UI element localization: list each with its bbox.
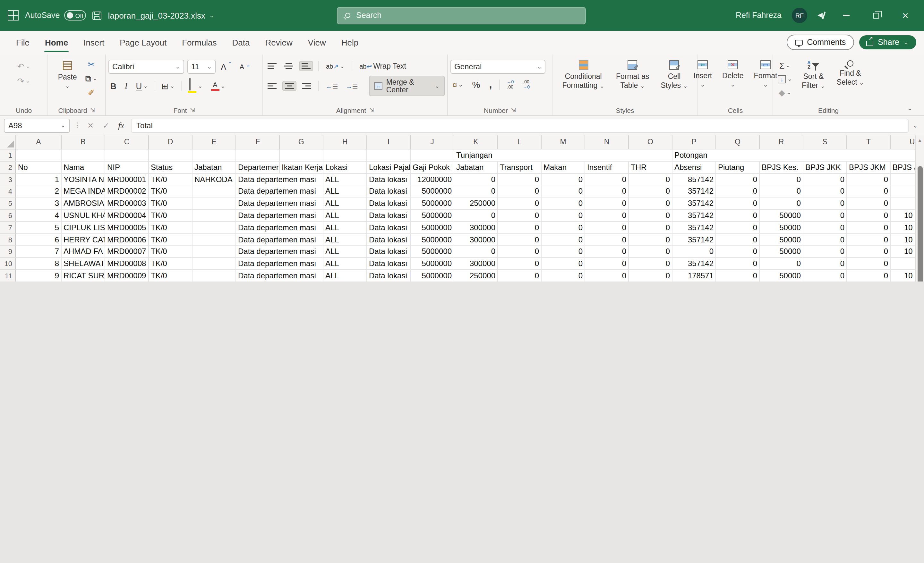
tab-page-layout[interactable]: Page Layout [112, 32, 174, 52]
search-input[interactable]: Search [337, 7, 586, 24]
field-header-No[interactable]: No [16, 162, 62, 174]
document-title[interactable]: laporan_gaji_03-2023.xlsx ⌄ [108, 10, 214, 20]
cell[interactable]: MRD00002 [105, 186, 149, 198]
cell[interactable]: MRD00001 [105, 174, 149, 186]
row-header-10[interactable]: 10 [0, 258, 16, 270]
increase-decimal-button[interactable]: ←0.00 [505, 78, 516, 91]
column-header-J[interactable]: J [411, 135, 454, 150]
cell[interactable]: 0 [542, 234, 585, 246]
cell[interactable]: ALL [323, 234, 367, 246]
cell[interactable]: 0 [803, 258, 847, 270]
cell[interactable]: RICAT SURA [62, 270, 105, 282]
cell[interactable]: 5000000 [411, 234, 454, 246]
cell[interactable]: 300000 [454, 222, 498, 234]
cell[interactable]: 0 [803, 174, 847, 186]
vertical-scroll-thumb[interactable] [917, 166, 922, 282]
cell[interactable]: 50000 [760, 210, 803, 222]
tab-home[interactable]: Home [38, 32, 75, 52]
cell[interactable]: ALL [323, 198, 367, 210]
restore-button[interactable] [866, 6, 885, 25]
field-header-Insentif[interactable]: Insentif [585, 162, 629, 174]
cell[interactable]: 357142 [672, 258, 716, 270]
cell[interactable] [192, 150, 236, 162]
cell[interactable]: 0 [585, 246, 629, 258]
cell[interactable]: 0 [760, 186, 803, 198]
column-header-Q[interactable]: Q [716, 135, 760, 150]
cell[interactable]: 5000000 [411, 258, 454, 270]
cell[interactable]: 0 [498, 258, 542, 270]
cell[interactable]: MRD00008 [105, 258, 149, 270]
number-format-select[interactable]: General⌄ [450, 60, 545, 74]
cell[interactable]: Data lokasi [367, 270, 411, 282]
cell[interactable] [105, 150, 149, 162]
cell[interactable] [192, 222, 236, 234]
cell[interactable]: 0 [847, 210, 891, 222]
wrap-text-button[interactable]: ab↩Wrap Text [357, 61, 408, 71]
cell[interactable]: Data lokasi [367, 210, 411, 222]
cell[interactable]: 0 [498, 222, 542, 234]
cancel-entry-icon[interactable]: ✕ [85, 121, 96, 130]
cell[interactable]: MRD00009 [105, 270, 149, 282]
cell[interactable]: 0 [629, 234, 672, 246]
cell[interactable]: MRD00006 [105, 234, 149, 246]
field-header-Ikatan Kerja[interactable]: Ikatan Kerja [280, 162, 323, 174]
cell[interactable]: 0 [542, 222, 585, 234]
row-header-9[interactable]: 9 [0, 246, 16, 258]
shrink-font-button[interactable]: A⌄ [237, 61, 252, 72]
cell[interactable]: 857142 [672, 174, 716, 186]
cell[interactable]: Data lokasi [367, 174, 411, 186]
cell[interactable]: Data lokasi [367, 258, 411, 270]
cell[interactable]: 50000 [760, 222, 803, 234]
cell[interactable]: TK/0 [149, 186, 192, 198]
alignment-launcher-icon[interactable]: ⇲ [369, 107, 374, 113]
number-launcher-icon[interactable]: ⇲ [511, 107, 516, 113]
cell[interactable]: Data departemen masi [236, 246, 323, 258]
merge-center-button[interactable]: ↔ Merge & Center ⌄ [369, 76, 445, 96]
cell[interactable]: 0 [542, 246, 585, 258]
cell[interactable]: 0 [542, 258, 585, 270]
tab-insert[interactable]: Insert [76, 32, 111, 52]
clear-button[interactable]: ◆⌄ [777, 87, 793, 98]
cell[interactable]: 250000 [454, 270, 498, 282]
cell[interactable]: 0 [585, 186, 629, 198]
tab-view[interactable]: View [301, 32, 333, 52]
cell-tunjangan-group[interactable]: Tunjangan [454, 150, 672, 162]
cell[interactable]: 0 [716, 186, 760, 198]
column-header-F[interactable]: F [236, 135, 280, 150]
cell[interactable]: 0 [716, 222, 760, 234]
font-launcher-icon[interactable]: ⇲ [190, 107, 195, 113]
column-header-E[interactable]: E [192, 135, 236, 150]
expand-formula-bar-icon[interactable]: ⌄ [913, 122, 920, 129]
name-box[interactable]: A98⌄ [4, 118, 70, 132]
cell[interactable]: 5000000 [411, 210, 454, 222]
cell[interactable]: 0 [629, 174, 672, 186]
cell[interactable]: 6 [16, 234, 62, 246]
cell[interactable]: 0 [847, 270, 891, 282]
cell[interactable]: HERRY CAT [62, 234, 105, 246]
cell[interactable]: 0 [498, 246, 542, 258]
cell[interactable]: TK/0 [149, 210, 192, 222]
column-header-S[interactable]: S [803, 135, 847, 150]
cell[interactable]: ALL [323, 210, 367, 222]
cell[interactable]: 357142 [672, 234, 716, 246]
cell[interactable]: 0 [716, 258, 760, 270]
vertical-scrollbar[interactable]: ▲ ▼ [915, 135, 924, 282]
cell[interactable]: TK/0 [149, 234, 192, 246]
cell[interactable]: 300000 [454, 234, 498, 246]
cell[interactable]: 0 [760, 198, 803, 210]
column-header-H[interactable]: H [323, 135, 367, 150]
column-header-B[interactable]: B [62, 135, 105, 150]
cell[interactable]: 5000000 [411, 186, 454, 198]
column-header-N[interactable]: N [585, 135, 629, 150]
cell[interactable]: Data departemen masi [236, 270, 323, 282]
cell[interactable]: 0 [847, 258, 891, 270]
cell[interactable]: 0 [803, 246, 847, 258]
cell[interactable]: 0 [454, 246, 498, 258]
cell[interactable]: 0 [716, 174, 760, 186]
cell[interactable]: 2 [16, 186, 62, 198]
align-center-button[interactable] [282, 81, 297, 91]
fill-color-button[interactable]: ⌄ [186, 78, 204, 94]
field-header-BPJS Kes.[interactable]: BPJS Kes. [760, 162, 803, 174]
cell[interactable]: 0 [847, 174, 891, 186]
cell[interactable]: Data lokasi [367, 222, 411, 234]
